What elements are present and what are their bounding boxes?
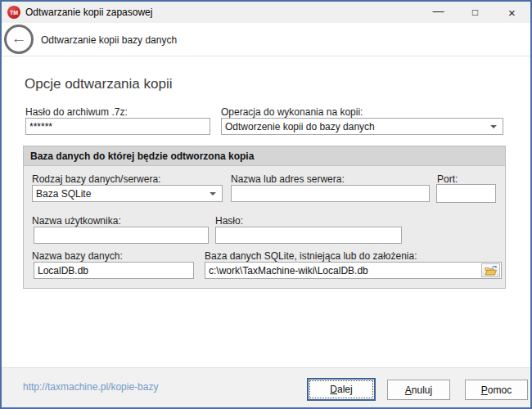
db-name-field-box [34,262,194,279]
close-icon: × [508,6,516,20]
operation-selected-value: Odtworzenie kopii do bazy danych [222,121,490,133]
footer-bar: http://taxmachine.pl/kopie-bazy Dalej An… [2,367,530,407]
groupbox-title: Baza danych do której będzie odtworzona … [24,146,505,166]
title-bar: TM Odtwarzanie kopii zapasowej — □ × [2,2,530,23]
server-input[interactable] [232,186,429,201]
port-spinner [436,184,496,203]
chevron-down-icon [210,192,216,196]
help-button-label: Pomoc [481,384,512,396]
minimize-button[interactable]: — [420,2,457,23]
page-title: Opcje odtwarzania kopii [25,76,172,92]
dialog-window: TM Odtwarzanie kopii zapasowej — □ × ← O… [0,0,532,409]
next-button[interactable]: Dalej [307,378,376,401]
maximize-icon: □ [472,7,478,18]
back-arrow-icon: ← [11,29,27,47]
chevron-down-icon [490,125,497,128]
archive-password-field-box [25,118,210,135]
browse-file-button[interactable] [481,263,500,277]
db-type-label: Rodzaj bazy danych/serwera: [32,173,160,185]
db-type-selected-value: Baza SQLite [33,188,210,200]
help-link[interactable]: http://taxmachine.pl/kopie-bazy [23,381,158,393]
sqlite-path-label: Baza danych SQLite, istniejąca lub do za… [205,250,417,262]
database-groupbox: Baza danych do której będzie odtworzona … [23,146,506,289]
server-field-box [231,185,430,202]
wizard-step-title: Odtwarzanie kopii bazy danych [41,34,177,46]
close-button[interactable]: × [494,2,530,23]
cancel-button-label: Anuluj [405,384,432,396]
db-name-label: Nazwa bazy danych: [32,250,123,262]
next-button-label: Dalej [330,384,352,395]
db-type-combobox[interactable]: Baza SQLite [32,185,223,202]
back-button[interactable]: ← [4,25,34,54]
sqlite-path-field-box [205,262,502,279]
cancel-button[interactable]: Anuluj [387,380,450,400]
port-label: Port: [437,173,458,185]
db-name-input[interactable] [34,263,193,278]
maximize-button[interactable]: □ [457,2,494,23]
minimize-icon: — [433,4,444,17]
archive-password-label: Hasło do archiwum .7z: [25,106,128,118]
username-input[interactable] [34,227,208,243]
open-folder-icon [485,265,498,276]
server-label: Nazwa lub adres serwera: [231,173,345,185]
sqlite-path-input[interactable] [205,263,501,278]
port-input[interactable] [437,185,532,202]
db-password-input[interactable] [216,227,401,243]
db-password-field-box [215,227,402,244]
wizard-header: ← Odtwarzanie kopii bazy danych [2,23,530,56]
app-logo-icon: TM [7,6,20,19]
help-button[interactable]: Pomoc [465,380,528,400]
username-field-box [34,227,209,244]
operation-label: Operacja do wykonania na kopii: [221,106,363,118]
operation-combobox[interactable]: Odtworzenie kopii do bazy danych [221,118,503,135]
window-controls: — □ × [420,2,530,23]
db-password-label: Hasło: [215,215,243,227]
window-title: Odtwarzanie kopii zapasowej [25,7,152,18]
archive-password-input[interactable] [26,119,210,134]
username-label: Nazwa użytkownika: [32,215,121,227]
